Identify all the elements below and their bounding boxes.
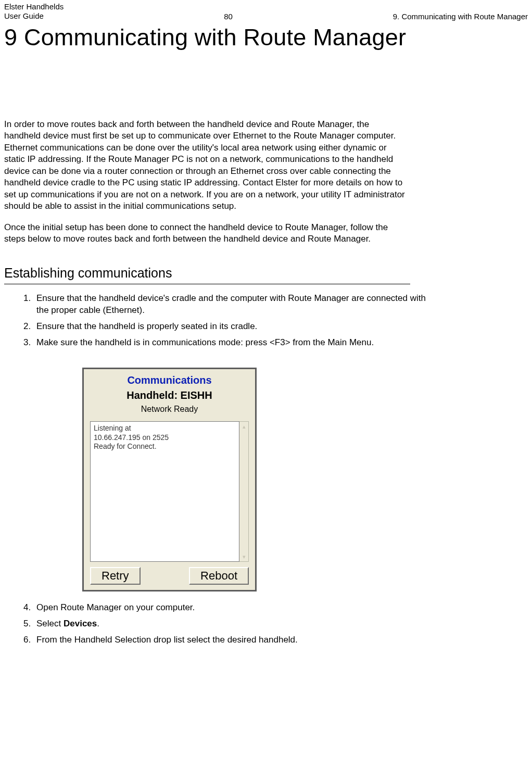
- steps-list-continued: Open Route Manager on your computer. Sel…: [33, 602, 429, 646]
- page-header: Elster Handhelds User Guide 80 9. Commun…: [4, 0, 528, 21]
- step-3: Make sure the handheld is in communicati…: [33, 337, 429, 349]
- step-5-prefix: Select: [36, 619, 64, 628]
- chapter-title: 9 Communicating with Route Manager: [4, 24, 528, 51]
- intro-paragraph-2: Once the initial setup has been done to …: [4, 222, 405, 245]
- intro-paragraph-1: In order to move routes back and forth b…: [4, 119, 405, 212]
- page-number: 80: [224, 12, 233, 21]
- step-5-bold: Devices: [64, 619, 97, 628]
- header-left: Elster Handhelds User Guide: [4, 2, 64, 21]
- comms-status: Network Ready: [84, 405, 255, 414]
- step-5-suffix: .: [97, 619, 99, 628]
- log-area: Listening at 10.66.247.195 on 2525 Ready…: [90, 421, 249, 562]
- step-4: Open Route Manager on your computer.: [33, 602, 429, 614]
- steps-list: Ensure that the handheld device's cradle…: [33, 293, 429, 349]
- scrollbar[interactable]: ▴ ▾: [239, 421, 249, 562]
- comms-handheld: Handheld: EISHH: [84, 389, 255, 401]
- doc-name: User Guide: [4, 11, 64, 21]
- reboot-button[interactable]: Reboot: [189, 567, 249, 585]
- section-rule: [4, 284, 410, 284]
- section-ref: 9. Communicating with Route Manager: [393, 12, 528, 21]
- app-window: Communications Handheld: EISHH Network R…: [82, 368, 257, 591]
- scroll-up-icon[interactable]: ▴: [239, 422, 248, 431]
- section-heading: Establishing communications: [4, 266, 528, 281]
- retry-button[interactable]: Retry: [90, 567, 141, 585]
- scroll-down-icon[interactable]: ▾: [239, 552, 248, 561]
- app-screenshot: Communications Handheld: EISHH Network R…: [82, 368, 257, 591]
- button-row: Retry Reboot: [90, 567, 249, 585]
- log-textbox: Listening at 10.66.247.195 on 2525 Ready…: [90, 421, 239, 562]
- product-name: Elster Handhelds: [4, 2, 64, 11]
- step-2: Ensure that the handheld is properly sea…: [33, 321, 429, 333]
- comms-title: Communications: [84, 374, 255, 386]
- step-1: Ensure that the handheld device's cradle…: [33, 293, 429, 317]
- step-5: Select Devices.: [33, 618, 429, 630]
- step-6: From the Handheld Selection drop list se…: [33, 634, 429, 646]
